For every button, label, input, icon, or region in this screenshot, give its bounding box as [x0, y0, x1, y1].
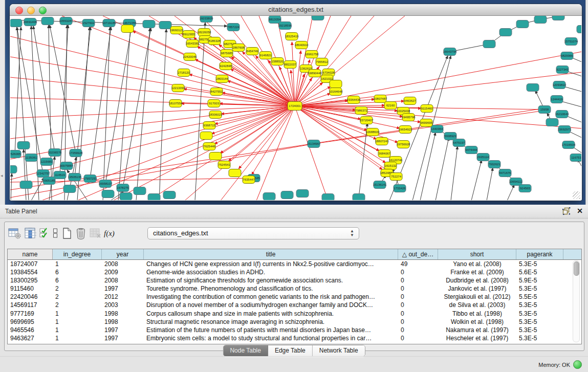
table-cell[interactable]: Jankovic et al. (1997) [438, 285, 516, 293]
graph-node[interactable] [229, 169, 241, 177]
graph-node[interactable] [516, 20, 529, 28]
table-cell[interactable]: 9777169 [8, 310, 53, 318]
graph-node[interactable] [20, 181, 32, 189]
graph-node[interactable] [296, 190, 309, 198]
graph-node[interactable] [10, 19, 22, 27]
table-row[interactable]: 946362711997Embryonic stem cells: a mode… [8, 334, 581, 342]
table-settings-button[interactable] [8, 227, 21, 240]
zoom-window-button[interactable] [39, 7, 47, 14]
graph-node[interactable] [200, 132, 212, 140]
table-cell[interactable]: 2009 [102, 268, 144, 276]
table-cell[interactable]: 1 [53, 326, 102, 334]
select-rows-button[interactable] [39, 227, 49, 240]
table-cell[interactable]: 5.3E-5 [516, 301, 563, 309]
table-cell[interactable]: 0 [398, 334, 438, 342]
table-cell[interactable]: 0 [398, 326, 438, 334]
table-cell[interactable]: Estimation of significance thresholds fo… [144, 276, 398, 285]
float-window-icon[interactable] [562, 207, 571, 215]
table-cell[interactable]: Dudbridge et al. (2008) [438, 276, 516, 285]
table-cell[interactable]: 5.6E-5 [516, 268, 563, 276]
table-cell[interactable]: 49 [398, 260, 438, 268]
table-cell[interactable]: 5.9E-5 [516, 276, 563, 285]
graph-node[interactable] [546, 119, 558, 126]
table-row[interactable]: 1872400712008Changes of HCN gene express… [8, 260, 581, 268]
table-cell[interactable]: 9115460 [8, 285, 53, 293]
graph-node[interactable] [483, 40, 495, 48]
column-header-year[interactable]: year [102, 249, 144, 259]
graph-node[interactable] [552, 16, 564, 20]
table-cell[interactable]: Yano et al. (2008) [438, 260, 516, 268]
table-cell[interactable]: Stergiakouli et al. (2012) [438, 293, 516, 301]
graph-node[interactable] [263, 193, 275, 201]
table-cell[interactable]: Wolkin et al. (1998) [438, 318, 516, 326]
network-view-window[interactable]: citations_edges.txt 20691406105532871527… [10, 4, 582, 201]
table-cell[interactable]: Disruption of a novel member of a sodium… [144, 301, 398, 309]
table-cell[interactable]: 9463627 [8, 334, 53, 342]
graph-node[interactable] [17, 142, 30, 149]
table-cell[interactable]: 2012 [102, 293, 144, 301]
table-cell[interactable]: 1 [53, 318, 102, 326]
memory-status-indicator-icon[interactable] [573, 360, 582, 369]
table-cell[interactable]: Genome-wide association studies in ADHD. [144, 268, 398, 276]
graph-node[interactable] [330, 80, 342, 88]
graph-node[interactable] [148, 194, 160, 201]
graph-node[interactable] [209, 152, 222, 160]
table-cell[interactable]: 0 [398, 301, 438, 309]
table-cell[interactable]: 2008 [102, 260, 144, 268]
table-cell[interactable]: Nakamura et al. (1997) [438, 326, 516, 334]
table-cell[interactable]: 0 [398, 276, 438, 285]
row-height-button[interactable] [52, 227, 59, 240]
graph-node[interactable] [527, 84, 539, 92]
table-cell[interactable]: 5.3E-5 [516, 260, 563, 268]
table-cell[interactable]: 1997 [102, 334, 144, 342]
table-cell[interactable]: 5.3E-5 [516, 310, 563, 318]
graph-node[interactable] [143, 20, 155, 28]
table-cell[interactable]: 14569117 [8, 301, 53, 309]
tab-network-table[interactable]: Network Table [313, 345, 365, 356]
table-row[interactable]: 969969511998Structural magnetic resonanc… [8, 318, 581, 326]
new-table-button[interactable] [61, 227, 73, 240]
table-cell[interactable]: 0 [398, 268, 438, 276]
table-cell[interactable]: 5.3E-5 [516, 326, 563, 334]
graph-node[interactable] [353, 194, 365, 201]
left-splitter[interactable]: ◂ [0, 0, 5, 205]
table-cell[interactable]: 18724007 [8, 260, 53, 268]
graph-node[interactable] [120, 193, 132, 201]
column-chooser-button[interactable] [24, 227, 36, 240]
table-cell[interactable]: 2 [53, 285, 102, 293]
table-cell[interactable]: 0 [398, 285, 438, 293]
graph-node[interactable] [281, 191, 293, 199]
table-cell[interactable]: 1997 [102, 326, 144, 334]
table-cell[interactable]: 9699695 [8, 318, 53, 326]
table-cell[interactable]: Corpus callosum shape and size in male p… [144, 310, 398, 318]
table-cell[interactable]: 5.5E-5 [516, 293, 563, 301]
table-cell[interactable]: 1997 [102, 285, 144, 293]
resize-grip[interactable] [573, 191, 580, 199]
table-cell[interactable]: 5.3E-5 [516, 318, 563, 326]
delete-column-button-disabled[interactable] [89, 227, 101, 240]
table-select-dropdown[interactable]: citations_edges.txt ▲▼ [147, 227, 359, 239]
table-cell[interactable]: 19384554 [8, 268, 53, 276]
close-window-button[interactable] [15, 7, 23, 14]
graph-node[interactable] [312, 16, 324, 20]
table-cell[interactable]: Hescheler et al. (1997) [438, 334, 516, 342]
table-row[interactable]: 977716911998Corpus callosum shape and si… [8, 310, 581, 318]
table-cell[interactable]: Embryonic stem cells: a model to study s… [144, 334, 398, 342]
tab-edge-table[interactable]: Edge Table [268, 345, 313, 356]
column-header-short[interactable]: short [438, 249, 516, 259]
scrollbar-thumb[interactable] [574, 261, 579, 276]
network-canvas[interactable]: 2069140610553287152760210719185146713551… [10, 16, 581, 200]
table-row[interactable]: 1938455462009Genome-wide association stu… [8, 268, 581, 276]
column-header-in_degree[interactable]: in_degree [53, 249, 102, 259]
table-cell[interactable]: Estimation of the future numbers of pati… [144, 326, 398, 334]
table-scrollbar[interactable] [573, 260, 580, 342]
table-cell[interactable]: 6 [53, 268, 102, 276]
graph-node[interactable] [577, 26, 581, 33]
column-header-name[interactable]: name [8, 249, 53, 259]
delete-table-button[interactable] [75, 227, 86, 240]
graph-node[interactable] [534, 16, 547, 24]
table-cell[interactable]: 22420046 [8, 293, 53, 301]
function-builder-button[interactable]: f(x) [104, 227, 115, 240]
table-row[interactable]: 946554611997Estimation of the future num… [8, 326, 581, 334]
minimize-window-button[interactable] [27, 7, 35, 14]
